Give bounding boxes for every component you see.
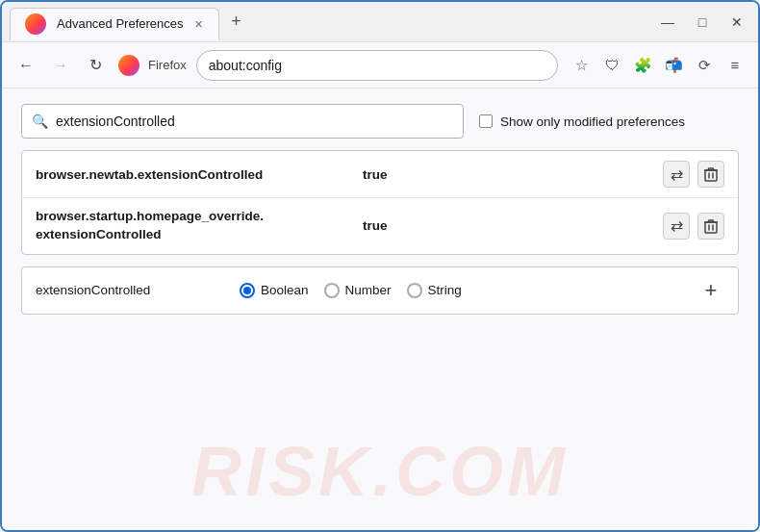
shield-icon[interactable]: 🛡 (598, 52, 625, 79)
preference-search-box[interactable]: 🔍 (21, 104, 464, 139)
row-actions: ⇄ (663, 213, 724, 240)
forward-button[interactable]: → (46, 51, 75, 80)
delete-button[interactable] (697, 161, 724, 188)
radio-string[interactable]: String (407, 283, 462, 298)
show-modified-label: Show only modified preferences (500, 114, 685, 129)
reset-button[interactable]: ⇄ (663, 213, 690, 240)
close-button[interactable]: ✕ (723, 9, 750, 36)
results-table: browser.newtab.extensionControlled true … (21, 150, 739, 255)
back-button[interactable]: ← (12, 51, 40, 80)
tab-title: Advanced Preferences (57, 16, 184, 31)
browser-tab[interactable]: Advanced Preferences × (10, 8, 219, 40)
tab-favicon (22, 11, 49, 38)
pref-name: browser.newtab.extensionControlled (36, 167, 363, 182)
watermark: RISK.COM (191, 432, 569, 511)
radio-boolean[interactable]: Boolean (240, 283, 309, 298)
extension-icon[interactable]: 🧩 (629, 52, 656, 79)
maximize-button[interactable]: □ (689, 9, 716, 36)
pref-name-line2: extensionControlled (36, 227, 162, 241)
row-actions: ⇄ (663, 161, 724, 188)
radio-string-label: String (428, 283, 462, 297)
firefox-label: Firefox (148, 58, 187, 72)
address-text: about:config (209, 58, 282, 73)
tab-close-button[interactable]: × (191, 16, 207, 32)
title-bar: Advanced Preferences × + — □ ✕ (2, 2, 758, 42)
bookmark-icon[interactable]: ☆ (568, 52, 595, 79)
svg-rect-0 (705, 170, 717, 181)
nav-icons: ☆ 🛡 🧩 📬 ⟳ ≡ (568, 52, 748, 79)
browser-window: Advanced Preferences × + — □ ✕ ← → ↻ Fir… (0, 0, 760, 532)
radio-boolean-circle[interactable] (240, 283, 255, 298)
table-row: browser.startup.homepage_override. exten… (22, 198, 738, 254)
window-controls: — □ ✕ (654, 9, 750, 36)
radio-number[interactable]: Number (324, 283, 392, 298)
search-input[interactable] (56, 114, 453, 129)
new-tab-button[interactable]: + (223, 9, 250, 36)
search-section: 🔍 Show only modified preferences (21, 104, 739, 139)
radio-number-label: Number (345, 283, 392, 297)
show-modified-section: Show only modified preferences (479, 114, 685, 129)
nav-bar: ← → ↻ Firefox about:config ☆ 🛡 🧩 📬 ⟳ ≡ (2, 42, 758, 89)
firefox-logo (115, 52, 142, 79)
pref-name: browser.startup.homepage_override. exten… (36, 208, 363, 244)
table-row: browser.newtab.extensionControlled true … (22, 151, 738, 198)
address-bar[interactable]: about:config (196, 50, 558, 81)
sync-icon[interactable]: 📬 (660, 52, 687, 79)
minimize-button[interactable]: — (654, 9, 681, 36)
pref-value: true (363, 218, 663, 233)
add-preference-row: extensionControlled Boolean Number Strin… (21, 266, 739, 315)
radio-string-circle[interactable] (407, 283, 422, 298)
pref-value: true (363, 167, 663, 182)
radio-boolean-label: Boolean (261, 283, 309, 297)
menu-icon[interactable]: ≡ (722, 52, 748, 79)
search-icon: 🔍 (32, 114, 48, 129)
add-preference-button[interactable]: + (697, 277, 724, 304)
refresh-button[interactable]: ↻ (81, 51, 110, 80)
type-radio-group: Boolean Number String (240, 283, 686, 298)
reset-button[interactable]: ⇄ (663, 161, 690, 188)
history-icon[interactable]: ⟳ (691, 52, 718, 79)
page-content: RISK.COM 🔍 Show only modified preference… (2, 89, 758, 530)
svg-rect-1 (705, 222, 717, 233)
show-modified-checkbox[interactable] (479, 114, 493, 128)
radio-number-circle[interactable] (324, 283, 340, 298)
new-pref-name: extensionControlled (36, 283, 228, 297)
pref-name-line1: browser.startup.homepage_override. (36, 209, 264, 223)
delete-button[interactable] (697, 213, 724, 240)
